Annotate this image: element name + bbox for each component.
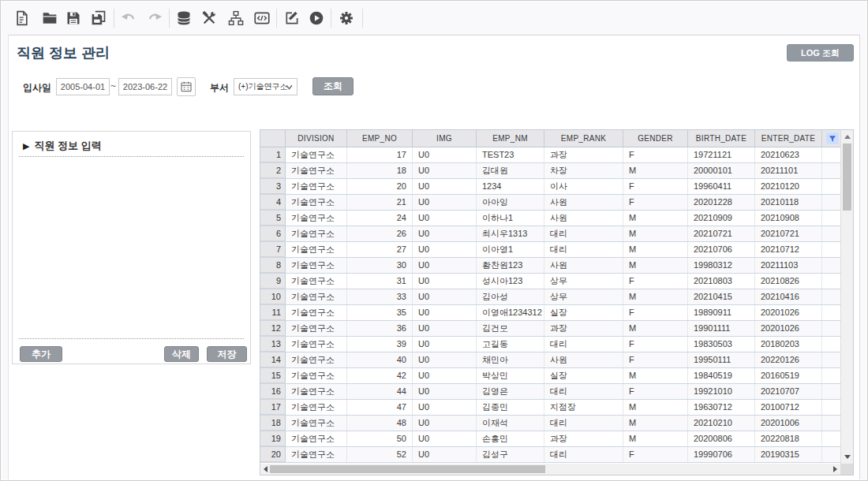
redo-icon[interactable] [147, 10, 163, 26]
scroll-left-icon[interactable] [264, 466, 268, 472]
cell-gender[interactable]: F [623, 179, 688, 194]
cell-emp_no[interactable]: 47 [347, 400, 413, 415]
cell-emp_rank[interactable]: 사원 [544, 211, 623, 226]
cell-birth_date[interactable]: 19960411 [688, 179, 755, 194]
cell-emp_rank[interactable]: 대리 [544, 242, 623, 257]
cell-emp_rank[interactable]: 지점장 [544, 400, 623, 415]
database-icon[interactable] [176, 10, 192, 26]
cell-emp_nm[interactable]: 이재석 [477, 416, 544, 431]
cell-emp_no[interactable]: 48 [347, 416, 413, 431]
cell-img[interactable]: U0 [413, 305, 477, 320]
edit-icon[interactable] [284, 10, 300, 26]
cell-enter_date[interactable]: 20210120 [755, 179, 822, 194]
cell-img[interactable]: U0 [413, 258, 477, 273]
cell-gender[interactable]: M [623, 289, 688, 304]
cell-img[interactable]: U0 [413, 447, 477, 462]
table-row[interactable]: 9기술연구소31U0성시아123상무F2021080320210826 [260, 274, 840, 289]
table-row[interactable]: 8기술연구소30U0황찬원123사원M1998031220211103 [260, 258, 840, 274]
cell-emp_rank[interactable]: 대리 [544, 447, 623, 462]
save-all-icon[interactable] [91, 10, 107, 26]
scroll-down-icon[interactable] [844, 455, 851, 459]
cell-birth_date[interactable]: 19901111 [688, 321, 755, 336]
cell-gender[interactable]: M [623, 226, 688, 241]
cell-emp_rank[interactable]: 대리 [544, 416, 623, 431]
cell-emp_nm[interactable]: 김종민 [477, 400, 544, 415]
search-button[interactable]: 조회 [312, 77, 354, 95]
cell-enter_date[interactable]: 20210712 [755, 242, 822, 257]
cell-img[interactable]: U0 [413, 147, 477, 162]
cell-emp_no[interactable]: 50 [347, 431, 413, 446]
open-folder-icon[interactable] [42, 10, 58, 26]
cell-emp_rank[interactable]: 대리 [544, 384, 623, 399]
cell-enter_date[interactable]: 20210118 [755, 195, 822, 210]
cell-birth_date[interactable]: 19630712 [688, 400, 755, 415]
cell-division[interactable]: 기술연구소 [286, 258, 347, 273]
cell-division[interactable]: 기술연구소 [286, 289, 347, 304]
cell-emp_no[interactable]: 20 [347, 179, 413, 194]
cell-emp_no[interactable]: 30 [347, 258, 413, 273]
cell-emp_no[interactable]: 26 [347, 226, 413, 241]
cell-birth_date[interactable]: 19840519 [688, 368, 755, 383]
vertical-scroll-thumb[interactable] [843, 144, 851, 211]
table-row[interactable]: 7기술연구소27U0이아영1대리M2021070620210712 [260, 242, 840, 258]
cell-emp_rank[interactable]: 사원 [544, 352, 623, 367]
cell-birth_date[interactable]: 20210415 [688, 289, 755, 304]
cell-emp_nm[interactable]: 황찬원123 [477, 258, 544, 273]
date-from-input[interactable]: 2005-04-01 [56, 78, 110, 95]
cell-emp_no[interactable]: 42 [347, 368, 413, 383]
cell-img[interactable]: U0 [413, 352, 477, 367]
cell-enter_date[interactable]: 20100712 [755, 400, 822, 415]
table-row[interactable]: 19기술연구소50U0손홍민과장M2020080620220818 [260, 431, 840, 447]
table-row[interactable]: 12기술연구소36U0김건모과장M1990111120201026 [260, 321, 840, 337]
save-icon[interactable] [65, 10, 81, 26]
cell-emp_no[interactable]: 39 [347, 337, 413, 352]
cell-division[interactable]: 기술연구소 [286, 211, 347, 226]
cell-gender[interactable]: M [623, 321, 688, 336]
cell-emp_nm[interactable]: 이하나1 [477, 211, 544, 226]
cell-division[interactable]: 기술연구소 [286, 305, 347, 320]
dept-select[interactable]: (+)기술연구소 [234, 78, 297, 95]
cell-birth_date[interactable]: 20000101 [688, 163, 755, 178]
cell-emp_no[interactable]: 33 [347, 289, 413, 304]
cell-emp_rank[interactable]: 과장 [544, 321, 623, 336]
log-search-button[interactable]: LOG 조회 [787, 44, 854, 62]
column-header-division[interactable]: DIVISION [286, 130, 347, 147]
cell-gender[interactable]: F [623, 147, 688, 162]
calendar-button[interactable] [177, 77, 196, 96]
cell-birth_date[interactable]: 20210210 [688, 416, 755, 431]
cell-emp_nm[interactable]: 김건모 [477, 321, 544, 336]
table-row[interactable]: 15기술연구소42U0박상민실장M1984051920160519 [260, 368, 840, 384]
cell-emp_nm[interactable]: 최시우1313 [477, 226, 544, 241]
cell-enter_date[interactable]: 20160519 [755, 368, 822, 383]
cell-division[interactable]: 기술연구소 [286, 242, 347, 257]
cell-gender[interactable]: M [623, 211, 688, 226]
cell-emp_nm[interactable]: 김성구 [477, 447, 544, 462]
cell-division[interactable]: 기술연구소 [286, 368, 347, 383]
cell-img[interactable]: U0 [413, 179, 477, 194]
table-row[interactable]: 1기술연구소17U0TEST23과장F1972112120210623 [260, 147, 840, 163]
cell-emp_rank[interactable]: 이사 [544, 179, 623, 194]
cell-birth_date[interactable]: 20210803 [688, 274, 755, 289]
column-header-birth_date[interactable]: BIRTH_DATE [688, 130, 755, 147]
save-button[interactable]: 저장 [207, 346, 247, 362]
table-row[interactable]: 5기술연구소24U0이하나1사원M2021090920210908 [260, 211, 840, 226]
horizontal-scroll-thumb[interactable] [270, 465, 545, 473]
cell-birth_date[interactable]: 19921010 [688, 384, 755, 399]
cell-img[interactable]: U0 [413, 289, 477, 304]
cell-img[interactable]: U0 [413, 274, 477, 289]
cell-emp_nm[interactable]: 이아영1 [477, 242, 544, 257]
cell-enter_date[interactable]: 20210908 [755, 211, 822, 226]
cell-birth_date[interactable]: 20210721 [688, 226, 755, 241]
column-header-enter_date[interactable]: ENTER_DATE [755, 130, 822, 147]
cell-enter_date[interactable]: 20210707 [755, 384, 822, 399]
cell-emp_no[interactable]: 21 [347, 195, 413, 210]
code-editor-icon[interactable] [254, 10, 270, 26]
table-row[interactable]: 2기술연구소18U0김대원차장M2000010120211101 [260, 163, 840, 179]
table-row[interactable]: 11기술연구소35U0이영애1234312실장F1989091120201026 [260, 305, 840, 321]
tools-icon[interactable] [201, 10, 217, 26]
cell-img[interactable]: U0 [413, 337, 477, 352]
cell-emp_no[interactable]: 40 [347, 352, 413, 367]
undo-icon[interactable] [121, 10, 137, 26]
column-header-emp_no[interactable]: EMP_NO [347, 130, 413, 147]
cell-img[interactable]: U0 [413, 242, 477, 257]
